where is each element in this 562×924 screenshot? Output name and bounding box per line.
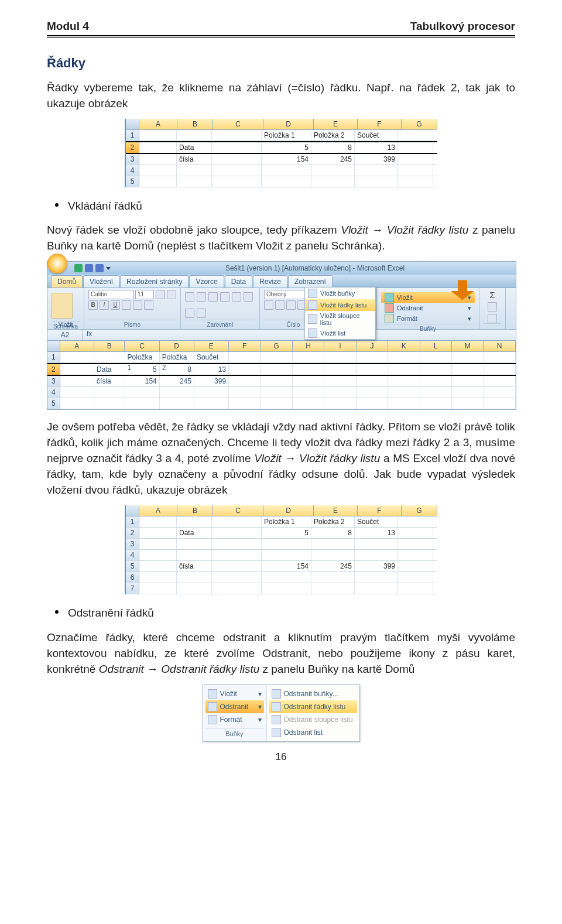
cell[interactable] bbox=[398, 176, 433, 187]
cell[interactable] bbox=[311, 176, 355, 187]
cell[interactable] bbox=[293, 352, 324, 362]
cell[interactable] bbox=[194, 398, 229, 409]
percent-icon[interactable] bbox=[275, 300, 285, 310]
cell[interactable] bbox=[355, 572, 398, 583]
cell[interactable] bbox=[484, 398, 516, 409]
row-header-1[interactable]: 1 bbox=[126, 516, 139, 527]
cell[interactable] bbox=[60, 376, 94, 386]
col-header-A[interactable]: A bbox=[139, 119, 177, 129]
cell[interactable] bbox=[229, 387, 261, 398]
cell[interactable] bbox=[293, 376, 324, 386]
col-header-L[interactable]: L bbox=[420, 341, 452, 351]
paste-button[interactable] bbox=[52, 293, 73, 319]
cell[interactable] bbox=[388, 398, 420, 409]
cell[interactable]: Součet bbox=[355, 130, 398, 141]
cell[interactable] bbox=[177, 539, 212, 549]
cell[interactable]: 245 bbox=[311, 561, 355, 571]
row-header-3[interactable]: 3 bbox=[126, 154, 139, 165]
italic-icon[interactable]: I bbox=[100, 300, 109, 310]
cell[interactable] bbox=[452, 387, 484, 398]
cell[interactable] bbox=[355, 539, 398, 549]
cell[interactable] bbox=[177, 165, 212, 176]
col-header-C[interactable]: C bbox=[213, 119, 263, 129]
cell[interactable] bbox=[355, 165, 398, 176]
cell[interactable] bbox=[212, 176, 262, 187]
cell[interactable] bbox=[452, 352, 484, 362]
cell[interactable] bbox=[261, 398, 293, 409]
cell[interactable] bbox=[139, 130, 177, 141]
cell[interactable] bbox=[60, 364, 94, 375]
cell[interactable]: 154 bbox=[125, 376, 160, 386]
currency-icon[interactable] bbox=[264, 300, 273, 310]
cell[interactable] bbox=[212, 550, 262, 560]
align-tr-icon[interactable] bbox=[208, 292, 218, 302]
cell[interactable] bbox=[139, 583, 177, 594]
merge-icon[interactable] bbox=[197, 309, 206, 318]
cell[interactable]: 8 bbox=[160, 364, 194, 375]
cell[interactable] bbox=[398, 165, 433, 176]
align-l-icon[interactable] bbox=[232, 292, 241, 302]
cell[interactable] bbox=[60, 398, 94, 409]
cell[interactable]: 8 bbox=[311, 528, 355, 538]
cell[interactable] bbox=[94, 352, 125, 362]
cell[interactable] bbox=[139, 572, 177, 583]
cell[interactable] bbox=[324, 387, 356, 398]
ribbon-tab-revize[interactable]: Revize bbox=[253, 275, 287, 288]
cell[interactable]: 399 bbox=[355, 561, 398, 571]
cell[interactable] bbox=[261, 364, 293, 375]
cell[interactable] bbox=[398, 130, 433, 141]
wrap-icon[interactable] bbox=[220, 292, 229, 302]
cell[interactable]: 5 bbox=[125, 364, 160, 375]
cell[interactable] bbox=[484, 352, 516, 362]
cell[interactable] bbox=[212, 539, 262, 549]
cell[interactable] bbox=[139, 165, 177, 176]
submenu-item[interactable]: Odstranit list bbox=[269, 726, 357, 739]
qat-dropdown-icon[interactable] bbox=[106, 267, 111, 270]
cell[interactable] bbox=[139, 154, 177, 165]
cell[interactable]: Data bbox=[177, 528, 212, 538]
border-icon[interactable] bbox=[122, 300, 131, 310]
cell[interactable] bbox=[311, 550, 355, 560]
cell[interactable] bbox=[452, 364, 484, 375]
align-r-icon[interactable] bbox=[185, 309, 194, 318]
comma-icon[interactable] bbox=[286, 300, 296, 310]
cell[interactable] bbox=[60, 352, 94, 362]
col-header-A[interactable]: A bbox=[60, 341, 94, 351]
cell[interactable] bbox=[177, 583, 212, 594]
cell[interactable] bbox=[212, 516, 262, 527]
select-all-corner[interactable] bbox=[47, 341, 60, 351]
cell[interactable] bbox=[212, 130, 262, 141]
row-header-2[interactable]: 2 bbox=[126, 142, 139, 153]
cell[interactable] bbox=[262, 176, 311, 187]
cell[interactable]: 399 bbox=[194, 376, 229, 386]
cell[interactable]: 13 bbox=[355, 142, 398, 153]
font-combo[interactable]: Calibri bbox=[88, 290, 133, 299]
cell[interactable] bbox=[160, 387, 194, 398]
cell[interactable] bbox=[311, 165, 355, 176]
cell[interactable] bbox=[311, 539, 355, 549]
underline-icon[interactable]: U bbox=[111, 300, 120, 310]
cell[interactable] bbox=[420, 352, 452, 362]
row-header-4[interactable]: 4 bbox=[47, 387, 60, 398]
align-tc-icon[interactable] bbox=[197, 292, 206, 302]
row-header-5[interactable]: 5 bbox=[126, 561, 139, 571]
cell[interactable] bbox=[262, 165, 311, 176]
row-header-2[interactable]: 2 bbox=[126, 528, 139, 538]
cell[interactable] bbox=[212, 142, 262, 153]
cell[interactable] bbox=[212, 528, 262, 538]
col-header-B[interactable]: B bbox=[94, 341, 125, 351]
cell[interactable] bbox=[324, 364, 356, 375]
cell[interactable] bbox=[398, 154, 433, 165]
font-color-icon[interactable] bbox=[144, 300, 153, 310]
cell[interactable]: Položka 2 bbox=[311, 516, 355, 527]
ribbon-tab-domů[interactable]: Domů bbox=[51, 275, 83, 288]
cell[interactable]: 245 bbox=[311, 154, 355, 165]
cell[interactable] bbox=[177, 516, 212, 527]
align-c-icon[interactable] bbox=[244, 292, 253, 302]
panel-item[interactable]: Vložit ▾ bbox=[205, 687, 264, 700]
ribbon-tab-vzorce[interactable]: Vzorce bbox=[189, 275, 224, 288]
row-header-1[interactable]: 1 bbox=[126, 130, 139, 141]
cell[interactable] bbox=[139, 142, 177, 153]
cell[interactable] bbox=[355, 550, 398, 560]
col-header-J[interactable]: J bbox=[357, 341, 388, 351]
